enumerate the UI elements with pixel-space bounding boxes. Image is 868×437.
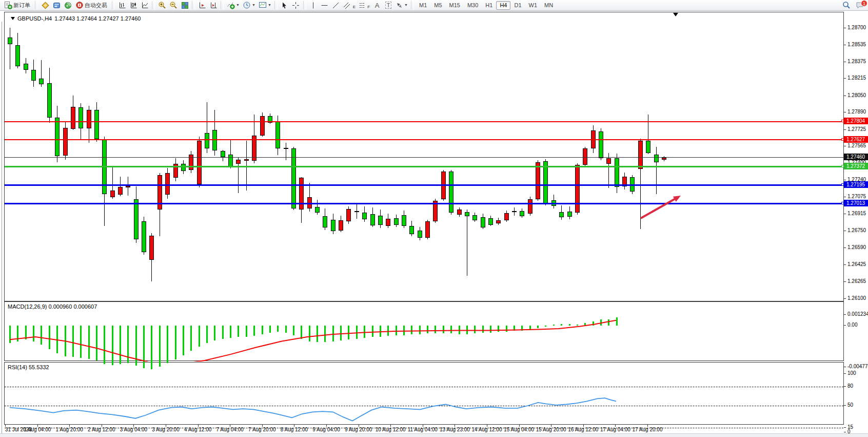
macd-histogram-bar bbox=[190, 326, 192, 351]
timeframe-M30[interactable]: M30 bbox=[464, 1, 482, 10]
chart-shift-button[interactable] bbox=[208, 1, 219, 10]
macd-histogram-bar bbox=[25, 326, 27, 339]
candle-body bbox=[110, 191, 115, 197]
periods-button[interactable]: ▼ bbox=[241, 1, 257, 10]
macd-histogram-bar bbox=[332, 326, 334, 341]
template-icon bbox=[259, 1, 267, 9]
chart-window: GBPUSD-,H4 1.27443 1.27464 1.27427 1.274… bbox=[0, 11, 868, 437]
macd-histogram-bar bbox=[120, 326, 121, 364]
templates-dropdown-arrow[interactable]: ▼ bbox=[268, 1, 271, 10]
new-order-button[interactable]: 新订单 bbox=[2, 1, 33, 10]
tile-windows-button[interactable] bbox=[179, 1, 190, 10]
price-tick-label: 1.28535 bbox=[844, 42, 868, 48]
macd-histogram-bar bbox=[143, 326, 145, 368]
toolbar-separator bbox=[112, 1, 115, 9]
candle-body bbox=[15, 45, 20, 66]
toolbar-separator bbox=[411, 1, 414, 9]
equidistant-channel-button[interactable]: E bbox=[342, 1, 357, 10]
arrows-button[interactable]: ▼ bbox=[394, 1, 409, 10]
market-watch-button[interactable] bbox=[40, 1, 51, 10]
price-tick-label: 1.26425 bbox=[844, 261, 868, 268]
macd-histogram-bar bbox=[569, 324, 570, 326]
macd-histogram-bar bbox=[199, 326, 200, 347]
macd-histogram-bar bbox=[277, 326, 279, 332]
candle-body bbox=[457, 210, 462, 215]
macd-histogram-bar bbox=[419, 326, 421, 334]
auto-trading-icon bbox=[75, 1, 84, 9]
timeframe-M15[interactable]: M15 bbox=[446, 1, 464, 10]
signals-button[interactable] bbox=[62, 1, 73, 10]
timeframe-H1[interactable]: H1 bbox=[482, 1, 496, 10]
timeframe-M1[interactable]: M1 bbox=[416, 1, 430, 10]
candle-body bbox=[638, 141, 643, 169]
candle-body bbox=[394, 218, 399, 225]
macd-histogram-bar bbox=[482, 326, 484, 333]
periods-dropdown-arrow[interactable]: ▼ bbox=[252, 1, 255, 10]
indicators-dropdown-arrow[interactable]: ▼ bbox=[236, 1, 240, 10]
zoom-out-button[interactable] bbox=[168, 1, 179, 10]
macd-histogram-bar bbox=[561, 324, 562, 326]
macd-histogram-bar bbox=[214, 326, 215, 340]
macd-histogram-bar bbox=[80, 326, 82, 358]
price-badge: 1.27195 bbox=[844, 181, 868, 188]
data-window-button[interactable] bbox=[51, 1, 62, 10]
macd-histogram-bar bbox=[372, 326, 373, 337]
macd-histogram-bar bbox=[427, 326, 428, 333]
fibonacci-button[interactable]: F bbox=[357, 1, 371, 10]
chart-shift-marker-icon[interactable] bbox=[673, 13, 678, 16]
price-axis[interactable]: 1.287001.285351.283751.282151.280501.278… bbox=[844, 12, 868, 434]
search-button[interactable] bbox=[841, 1, 852, 10]
trend-line-icon bbox=[332, 2, 340, 9]
macd-histogram-bar bbox=[49, 326, 50, 349]
collapse-triangle-icon[interactable] bbox=[11, 17, 15, 20]
candlestick-chart-button[interactable] bbox=[128, 1, 139, 10]
macd-histogram-bar bbox=[474, 326, 476, 333]
auto-trading-button[interactable]: 自动交易 bbox=[73, 1, 110, 10]
text-label-button[interactable]: T bbox=[383, 1, 394, 10]
text-button[interactable]: A bbox=[371, 1, 383, 10]
rsi-pane[interactable]: RSI(14) 55.5332 bbox=[4, 362, 844, 425]
cursor-button[interactable] bbox=[279, 1, 290, 10]
timeframe-W1[interactable]: W1 bbox=[525, 1, 541, 10]
price-badge: 1.27627 bbox=[844, 136, 868, 143]
candle-body bbox=[528, 199, 532, 214]
status-bar bbox=[0, 433, 868, 437]
macd-histogram-bar bbox=[309, 326, 310, 341]
candle-wick bbox=[286, 143, 286, 160]
time-axis[interactable]: 31 Jul 20231 Aug 04:001 Aug 20:002 Aug 1… bbox=[4, 425, 844, 434]
ohlc-values: 1.27443 1.27464 1.27427 1.27460 bbox=[54, 15, 141, 22]
macd-histogram-bar bbox=[65, 326, 66, 356]
zoom-in-button[interactable] bbox=[156, 1, 168, 10]
toolbar-separator bbox=[192, 1, 195, 9]
line-chart-button[interactable] bbox=[139, 1, 150, 10]
timeframe-D1[interactable]: D1 bbox=[510, 1, 525, 10]
templates-button[interactable]: ▼ bbox=[257, 1, 273, 10]
trend-line-button[interactable] bbox=[330, 1, 342, 10]
chat-button[interactable]: 1 bbox=[854, 1, 866, 10]
candle-wick bbox=[467, 210, 467, 276]
macd-histogram-bar bbox=[253, 326, 255, 336]
cursor-icon bbox=[281, 2, 288, 9]
arrows-dropdown-arrow[interactable]: ▼ bbox=[404, 1, 408, 10]
indicators-button[interactable]: ▼ bbox=[225, 1, 241, 10]
vertical-line-button[interactable] bbox=[308, 1, 319, 10]
candle-body bbox=[354, 211, 359, 213]
macd-histogram-bar bbox=[159, 326, 161, 367]
macd-histogram-bar bbox=[553, 325, 555, 326]
macd-histogram-bar bbox=[348, 326, 349, 339]
timeframe-MN[interactable]: MN bbox=[541, 1, 557, 10]
auto-scroll-button[interactable] bbox=[196, 1, 208, 10]
main-price-pane[interactable]: GBPUSD-,H4 1.27443 1.27464 1.27427 1.274… bbox=[4, 12, 844, 301]
price-tick-label: 1.28215 bbox=[844, 75, 868, 81]
macd-histogram-bar bbox=[608, 319, 609, 326]
crosshair-button[interactable] bbox=[290, 1, 302, 10]
timeframe-M5[interactable]: M5 bbox=[430, 1, 445, 10]
macd-histogram-bar bbox=[403, 326, 405, 335]
macd-pane[interactable]: MACD(12,26,9) 0.000960 0.000607 bbox=[4, 301, 844, 361]
timeframe-H4[interactable]: H4 bbox=[496, 1, 510, 10]
price-tick-label: 1.26750 bbox=[844, 227, 868, 234]
bar-chart-button[interactable] bbox=[116, 1, 128, 10]
horizontal-line-button[interactable] bbox=[319, 1, 330, 10]
macd-histogram-bar bbox=[593, 321, 594, 326]
candle-body bbox=[362, 213, 367, 219]
